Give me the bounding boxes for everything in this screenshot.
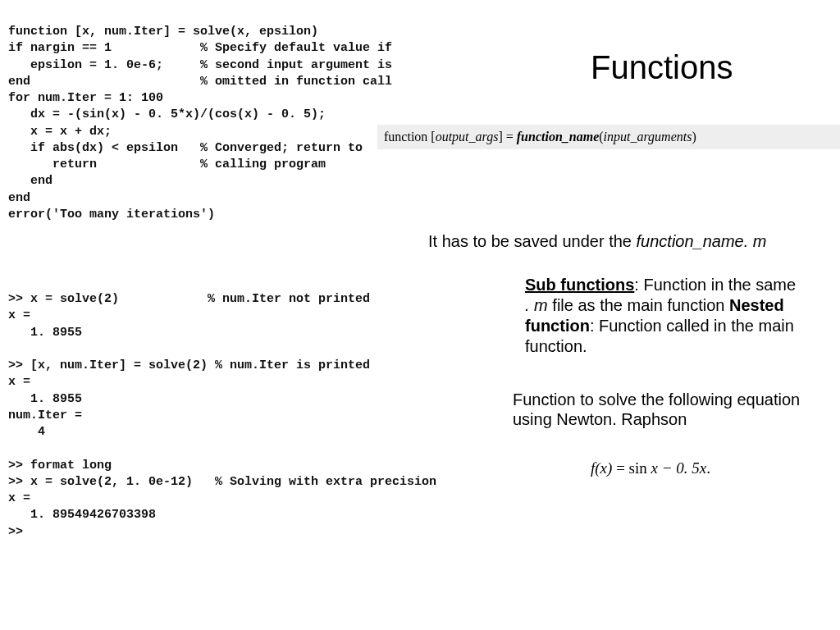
equation-rhs: x − 0. 5x — [647, 459, 706, 477]
m-file-text: . m — [525, 296, 548, 314]
equation: f(x) = sin x − 0. 5x. — [591, 459, 710, 477]
subfunctions-text-2: file as the main function — [548, 296, 729, 314]
slide-title: Functions — [591, 49, 733, 86]
syntax-rbracket: ] = — [498, 130, 516, 144]
function-syntax-box: function [output_args] = function_name(i… — [377, 125, 840, 149]
syntax-function-name: function_name — [517, 130, 599, 144]
syntax-output-args: output_args — [436, 130, 499, 144]
syntax-keyword: function — [384, 130, 427, 144]
save-note-filename: function_name. m — [637, 232, 767, 250]
syntax-rparen: ) — [692, 130, 696, 144]
equation-sin: sin — [629, 459, 647, 477]
save-filename-note: It has to be saved under the function_na… — [428, 232, 767, 251]
subfunction-note: Sub functions: Function in the same . m … — [525, 275, 804, 357]
subfunctions-heading: Sub functions — [525, 276, 634, 294]
subfunctions-text-1: : Function in the same — [634, 276, 796, 294]
equation-period: . — [706, 459, 710, 477]
equation-equals: = — [612, 459, 628, 477]
syntax-input-args: input_arguments — [604, 130, 692, 144]
slide: Functions function [x, num.Iter] = solve… — [0, 0, 840, 630]
equation-lhs: f(x) — [591, 459, 612, 477]
syntax-lbracket: [ — [427, 130, 435, 144]
function-definition-code: function [x, num.Iter] = solve(x, epsilo… — [8, 24, 392, 223]
equation-description: Function to solve the following equation… — [513, 390, 808, 429]
command-session-code: >> x = solve(2) % num.Iter not printed x… — [8, 291, 436, 541]
save-note-text: It has to be saved under the — [428, 232, 637, 250]
